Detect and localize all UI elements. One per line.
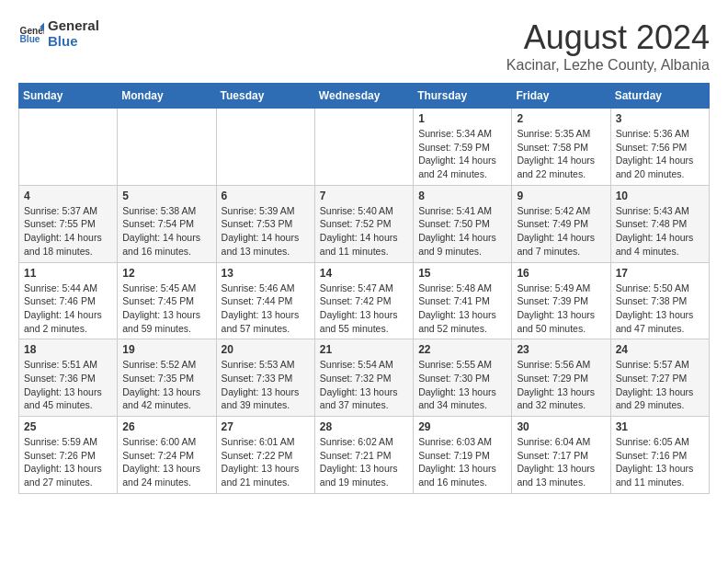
calendar-cell: 14Sunrise: 5:47 AMSunset: 7:42 PMDayligh… bbox=[314, 262, 413, 339]
calendar-cell bbox=[314, 109, 413, 186]
day-info: Sunrise: 5:53 AMSunset: 7:33 PMDaylight:… bbox=[222, 358, 310, 412]
day-info: Sunrise: 5:50 AMSunset: 7:38 PMDaylight:… bbox=[616, 282, 704, 336]
calendar-cell bbox=[19, 109, 118, 186]
day-info: Sunrise: 5:41 AMSunset: 7:50 PMDaylight:… bbox=[418, 204, 506, 259]
day-number: 6 bbox=[222, 190, 310, 202]
day-number: 26 bbox=[122, 420, 210, 433]
svg-text:Blue: Blue bbox=[20, 34, 40, 44]
weekday-header-sunday: Sunday bbox=[19, 84, 118, 109]
day-info: Sunrise: 6:01 AMSunset: 7:22 PMDaylight:… bbox=[222, 435, 310, 489]
calendar-table: SundayMondayTuesdayWednesdayThursdayFrid… bbox=[18, 83, 710, 494]
calendar-cell: 23Sunrise: 5:56 AMSunset: 7:29 PMDayligh… bbox=[512, 339, 610, 417]
day-number: 19 bbox=[122, 343, 210, 356]
day-number: 18 bbox=[24, 343, 112, 356]
day-info: Sunrise: 5:55 AMSunset: 7:30 PMDaylight:… bbox=[418, 358, 506, 412]
day-info: Sunrise: 5:35 AMSunset: 7:58 PMDaylight:… bbox=[517, 127, 605, 181]
calendar-cell: 10Sunrise: 5:43 AMSunset: 7:48 PMDayligh… bbox=[610, 185, 709, 262]
day-info: Sunrise: 5:43 AMSunset: 7:48 PMDaylight:… bbox=[616, 204, 704, 259]
logo-icon: General Blue bbox=[18, 21, 44, 47]
day-info: Sunrise: 5:48 AMSunset: 7:41 PMDaylight:… bbox=[418, 282, 506, 336]
day-info: Sunrise: 5:36 AMSunset: 7:56 PMDaylight:… bbox=[616, 127, 704, 181]
day-info: Sunrise: 5:47 AMSunset: 7:42 PMDaylight:… bbox=[320, 282, 408, 336]
day-number: 13 bbox=[222, 267, 310, 280]
calendar-cell bbox=[216, 109, 314, 186]
calendar-cell: 8Sunrise: 5:41 AMSunset: 7:50 PMDaylight… bbox=[414, 185, 512, 262]
day-info: Sunrise: 5:44 AMSunset: 7:46 PMDaylight:… bbox=[24, 282, 112, 336]
calendar-cell: 31Sunrise: 6:05 AMSunset: 7:16 PMDayligh… bbox=[610, 417, 709, 494]
calendar-cell: 28Sunrise: 6:02 AMSunset: 7:21 PMDayligh… bbox=[314, 417, 413, 494]
day-number: 29 bbox=[418, 420, 506, 433]
calendar-cell: 25Sunrise: 5:59 AMSunset: 7:26 PMDayligh… bbox=[19, 417, 118, 494]
weekday-header-row: SundayMondayTuesdayWednesdayThursdayFrid… bbox=[19, 84, 710, 109]
day-info: Sunrise: 6:02 AMSunset: 7:21 PMDaylight:… bbox=[320, 435, 408, 489]
calendar-cell: 20Sunrise: 5:53 AMSunset: 7:33 PMDayligh… bbox=[216, 339, 314, 417]
day-number: 31 bbox=[616, 420, 704, 433]
day-number: 3 bbox=[616, 112, 704, 125]
day-info: Sunrise: 6:04 AMSunset: 7:17 PMDaylight:… bbox=[517, 435, 605, 489]
day-info: Sunrise: 5:45 AMSunset: 7:45 PMDaylight:… bbox=[122, 282, 210, 336]
weekday-header-wednesday: Wednesday bbox=[314, 84, 413, 109]
calendar-cell: 4Sunrise: 5:37 AMSunset: 7:55 PMDaylight… bbox=[19, 185, 118, 262]
week-row-5: 25Sunrise: 5:59 AMSunset: 7:26 PMDayligh… bbox=[19, 417, 710, 494]
day-number: 25 bbox=[24, 420, 112, 433]
month-year: August 2024 bbox=[506, 18, 710, 57]
day-number: 20 bbox=[222, 343, 310, 356]
day-number: 12 bbox=[122, 267, 210, 280]
calendar-cell: 2Sunrise: 5:35 AMSunset: 7:58 PMDaylight… bbox=[512, 109, 610, 186]
calendar-cell: 22Sunrise: 5:55 AMSunset: 7:30 PMDayligh… bbox=[414, 339, 512, 417]
calendar-cell: 3Sunrise: 5:36 AMSunset: 7:56 PMDaylight… bbox=[610, 109, 709, 186]
weekday-header-tuesday: Tuesday bbox=[216, 84, 314, 109]
day-number: 24 bbox=[616, 343, 704, 356]
day-number: 27 bbox=[222, 420, 310, 433]
calendar-cell: 18Sunrise: 5:51 AMSunset: 7:36 PMDayligh… bbox=[19, 339, 118, 417]
day-info: Sunrise: 5:42 AMSunset: 7:49 PMDaylight:… bbox=[517, 204, 605, 259]
day-info: Sunrise: 5:52 AMSunset: 7:35 PMDaylight:… bbox=[122, 358, 210, 412]
logo: General Blue General Blue bbox=[18, 18, 99, 49]
day-number: 4 bbox=[24, 190, 112, 202]
day-number: 8 bbox=[418, 190, 506, 202]
day-info: Sunrise: 5:46 AMSunset: 7:44 PMDaylight:… bbox=[222, 282, 310, 336]
calendar-cell: 5Sunrise: 5:38 AMSunset: 7:54 PMDaylight… bbox=[118, 185, 216, 262]
day-info: Sunrise: 5:59 AMSunset: 7:26 PMDaylight:… bbox=[24, 435, 112, 489]
day-info: Sunrise: 5:40 AMSunset: 7:52 PMDaylight:… bbox=[320, 204, 408, 259]
day-number: 9 bbox=[517, 190, 605, 202]
calendar-cell: 21Sunrise: 5:54 AMSunset: 7:32 PMDayligh… bbox=[314, 339, 413, 417]
day-info: Sunrise: 6:00 AMSunset: 7:24 PMDaylight:… bbox=[122, 435, 210, 489]
day-number: 17 bbox=[616, 267, 704, 280]
day-number: 23 bbox=[517, 343, 605, 356]
week-row-1: 1Sunrise: 5:34 AMSunset: 7:59 PMDaylight… bbox=[19, 109, 710, 186]
logo-general-text: General bbox=[48, 18, 99, 34]
location: Kacinar, Lezhe County, Albania bbox=[506, 57, 710, 74]
calendar-cell: 30Sunrise: 6:04 AMSunset: 7:17 PMDayligh… bbox=[512, 417, 610, 494]
day-info: Sunrise: 5:38 AMSunset: 7:54 PMDaylight:… bbox=[122, 204, 210, 259]
day-info: Sunrise: 5:57 AMSunset: 7:27 PMDaylight:… bbox=[616, 358, 704, 412]
day-number: 1 bbox=[418, 112, 506, 125]
calendar-cell: 7Sunrise: 5:40 AMSunset: 7:52 PMDaylight… bbox=[314, 185, 413, 262]
day-number: 11 bbox=[24, 267, 112, 280]
day-info: Sunrise: 5:49 AMSunset: 7:39 PMDaylight:… bbox=[517, 282, 605, 336]
header: General Blue General Blue August 2024 Ka… bbox=[18, 18, 710, 74]
calendar-cell: 24Sunrise: 5:57 AMSunset: 7:27 PMDayligh… bbox=[610, 339, 709, 417]
week-row-2: 4Sunrise: 5:37 AMSunset: 7:55 PMDaylight… bbox=[19, 185, 710, 262]
calendar-cell: 13Sunrise: 5:46 AMSunset: 7:44 PMDayligh… bbox=[216, 262, 314, 339]
calendar-cell: 1Sunrise: 5:34 AMSunset: 7:59 PMDaylight… bbox=[414, 109, 512, 186]
week-row-4: 18Sunrise: 5:51 AMSunset: 7:36 PMDayligh… bbox=[19, 339, 710, 417]
day-number: 14 bbox=[320, 267, 408, 280]
calendar-cell: 12Sunrise: 5:45 AMSunset: 7:45 PMDayligh… bbox=[118, 262, 216, 339]
day-number: 15 bbox=[418, 267, 506, 280]
day-info: Sunrise: 5:56 AMSunset: 7:29 PMDaylight:… bbox=[517, 358, 605, 412]
day-number: 30 bbox=[517, 420, 605, 433]
logo-blue-text: Blue bbox=[48, 34, 99, 50]
day-info: Sunrise: 5:54 AMSunset: 7:32 PMDaylight:… bbox=[320, 358, 408, 412]
day-info: Sunrise: 5:37 AMSunset: 7:55 PMDaylight:… bbox=[24, 204, 112, 259]
day-info: Sunrise: 5:51 AMSunset: 7:36 PMDaylight:… bbox=[24, 358, 112, 412]
week-row-3: 11Sunrise: 5:44 AMSunset: 7:46 PMDayligh… bbox=[19, 262, 710, 339]
day-number: 5 bbox=[122, 190, 210, 202]
day-number: 28 bbox=[320, 420, 408, 433]
weekday-header-thursday: Thursday bbox=[414, 84, 512, 109]
day-info: Sunrise: 6:05 AMSunset: 7:16 PMDaylight:… bbox=[616, 435, 704, 489]
calendar-cell: 29Sunrise: 6:03 AMSunset: 7:19 PMDayligh… bbox=[414, 417, 512, 494]
day-number: 10 bbox=[616, 190, 704, 202]
day-info: Sunrise: 5:34 AMSunset: 7:59 PMDaylight:… bbox=[418, 127, 506, 181]
day-number: 21 bbox=[320, 343, 408, 356]
